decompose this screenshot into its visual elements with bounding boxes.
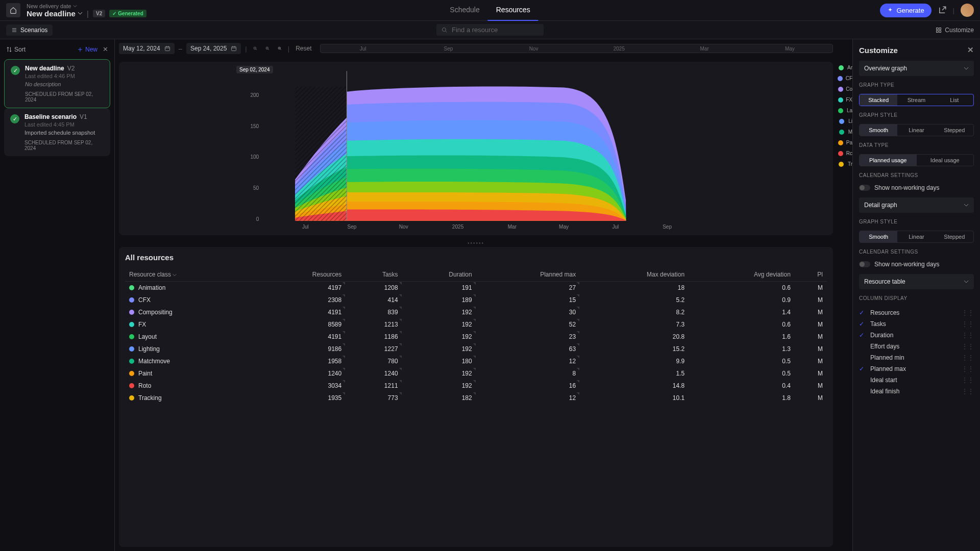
overview-graph-dropdown[interactable]: Overview graph: [859, 61, 974, 76]
legend-item[interactable]: Rc: [837, 151, 852, 156]
column-toggle-item[interactable]: Effort days⋮⋮: [859, 341, 974, 352]
table-row[interactable]: Layout 41911186 19223 20.81.6M: [125, 331, 827, 343]
close-panel-button[interactable]: ✕: [967, 45, 974, 55]
customize-button[interactable]: Customize: [936, 27, 974, 34]
sparkle-icon: [887, 7, 893, 13]
scenario-card[interactable]: ✓ New deadlineV2 Last edited 4:46 PM No …: [4, 59, 110, 108]
graph-type-list[interactable]: List: [936, 94, 973, 106]
column-toggle-item[interactable]: Ideal finish⋮⋮: [859, 386, 974, 397]
timeline-scrubber[interactable]: JulSepNov2025MarMay: [320, 44, 834, 53]
column-header[interactable]: Duration: [402, 268, 476, 282]
graph-type-stream[interactable]: Stream: [897, 94, 935, 106]
delivery-dropdown[interactable]: New delivery date: [27, 3, 146, 9]
grip-icon[interactable]: ⋮⋮: [962, 332, 974, 339]
svg-rect-17: [295, 87, 347, 221]
column-toggle-item[interactable]: ✓Resources⋮⋮: [859, 307, 974, 318]
resize-handle[interactable]: ••••••: [115, 239, 837, 247]
table-row[interactable]: CFX 2308414 18915 5.20.9M: [125, 294, 827, 306]
zoom-in-icon[interactable]: [263, 44, 272, 53]
export-icon[interactable]: [938, 6, 947, 15]
legend-item[interactable]: Li: [837, 118, 852, 124]
svg-text:150: 150: [250, 123, 259, 129]
reset-button[interactable]: Reset: [296, 45, 311, 52]
svg-text:100: 100: [250, 154, 259, 160]
grip-icon[interactable]: ⋮⋮: [962, 377, 974, 384]
legend-item[interactable]: Co: [837, 86, 852, 92]
grip-icon[interactable]: ⋮⋮: [962, 365, 974, 372]
resource-table-dropdown[interactable]: Resource table: [859, 274, 974, 289]
table-row[interactable]: Compositing 4191839 19230 8.21.4M: [125, 306, 827, 318]
show-nwd-toggle-2[interactable]: [859, 261, 870, 267]
zoom-fit-icon[interactable]: [276, 44, 284, 53]
data-type-planned[interactable]: Planned usage: [860, 155, 917, 166]
legend-column: ArCFCoFXLaLiMPaRcTr: [837, 39, 852, 551]
home-button[interactable]: [6, 3, 20, 17]
table-row[interactable]: Tracking 1935773 18212 10.11.8M: [125, 392, 827, 404]
nav-tabs: Schedule Resources: [442, 0, 538, 21]
column-header[interactable]: Pl: [795, 268, 827, 282]
legend-item[interactable]: Pa: [837, 140, 852, 145]
graph-style-stepped[interactable]: Stepped: [936, 124, 973, 136]
tab-schedule[interactable]: Schedule: [442, 0, 487, 21]
search-input[interactable]: Find a resource: [436, 24, 544, 36]
table-row[interactable]: Paint 12401240 1928 1.50.5M: [125, 367, 827, 380]
detail-style-stepped[interactable]: Stepped: [936, 231, 973, 242]
column-header[interactable]: Planned max: [476, 268, 580, 282]
legend-item[interactable]: Ar: [837, 65, 852, 70]
generate-button[interactable]: Generate: [880, 4, 931, 17]
svg-rect-5: [165, 47, 169, 51]
column-header[interactable]: Tasks: [346, 268, 402, 282]
legend-item[interactable]: CF: [837, 76, 852, 81]
tab-resources[interactable]: Resources: [488, 0, 538, 21]
close-sidebar-button[interactable]: ✕: [103, 45, 108, 53]
column-header[interactable]: Resources: [257, 268, 346, 282]
table-row[interactable]: FX 85891213 19252 7.30.6M: [125, 318, 827, 331]
scenarios-button[interactable]: Scenarios: [6, 24, 53, 36]
date-to-input[interactable]: Sep 24, 2025: [186, 43, 241, 54]
overview-graph[interactable]: Sep 02, 2024 050100150200: [119, 62, 833, 235]
table-row[interactable]: Animation 41971208 19127 180.6M: [125, 282, 827, 294]
legend-item[interactable]: FX: [837, 97, 852, 103]
app-header: New delivery date New deadline | V2 ✓ Ge…: [0, 0, 980, 21]
avatar[interactable]: [961, 4, 974, 17]
column-header[interactable]: Resource class: [125, 268, 257, 282]
legend-item[interactable]: M: [837, 129, 852, 135]
graph-type-selector: Stacked Stream List: [859, 94, 974, 106]
legend-item[interactable]: La: [837, 108, 852, 113]
data-type-ideal[interactable]: Ideal usage: [917, 155, 974, 166]
table-row[interactable]: Roto 30341211 19216 14.80.4M: [125, 380, 827, 392]
table-row[interactable]: Matchmove 1958780 18012 9.90.5M: [125, 355, 827, 367]
date-from-input[interactable]: May 12, 2024: [119, 43, 175, 54]
column-toggle-item[interactable]: ✓Planned max⋮⋮: [859, 363, 974, 374]
graph-style-linear[interactable]: Linear: [897, 124, 935, 136]
detail-style-smooth[interactable]: Smooth: [860, 231, 897, 242]
grip-icon[interactable]: ⋮⋮: [962, 309, 974, 316]
column-header[interactable]: Avg deviation: [689, 268, 795, 282]
search-icon: [442, 27, 448, 33]
grip-icon[interactable]: ⋮⋮: [962, 354, 974, 361]
grip-icon[interactable]: ⋮⋮: [962, 320, 974, 328]
scenario-card[interactable]: ✓ Baseline scenarioV1 Last edited 4:45 P…: [4, 108, 110, 156]
show-nwd-toggle[interactable]: [859, 185, 870, 191]
deadline-dropdown[interactable]: New deadline: [27, 9, 83, 18]
detail-graph-dropdown[interactable]: Detail graph: [859, 197, 974, 213]
column-toggle-item[interactable]: ✓Duration⋮⋮: [859, 330, 974, 341]
main: Sort New ✕ ✓ New deadlineV2 Last edited …: [0, 39, 980, 551]
graph-style-smooth[interactable]: Smooth: [860, 124, 897, 136]
grip-icon[interactable]: ⋮⋮: [962, 343, 974, 350]
new-scenario-button[interactable]: New: [77, 46, 97, 53]
detail-style-selector: Smooth Linear Stepped: [859, 231, 974, 243]
sort-button[interactable]: Sort: [6, 46, 26, 53]
column-toggle-item[interactable]: Planned min⋮⋮: [859, 352, 974, 363]
detail-style-linear[interactable]: Linear: [897, 231, 935, 242]
graph-type-stacked[interactable]: Stacked: [860, 94, 897, 106]
column-toggle-item[interactable]: ✓Tasks⋮⋮: [859, 318, 974, 330]
column-header[interactable]: Max deviation: [580, 268, 689, 282]
legend-item[interactable]: Tr: [837, 161, 852, 167]
subheader: Scenarios Find a resource Customize: [0, 21, 980, 39]
table-row[interactable]: Lighting 91861227 19263 15.21.3M: [125, 343, 827, 355]
grip-icon[interactable]: ⋮⋮: [962, 388, 974, 395]
column-toggle-item[interactable]: Ideal start⋮⋮: [859, 374, 974, 386]
zoom-out-icon[interactable]: [251, 44, 259, 53]
check-icon: ✓: [859, 365, 866, 372]
